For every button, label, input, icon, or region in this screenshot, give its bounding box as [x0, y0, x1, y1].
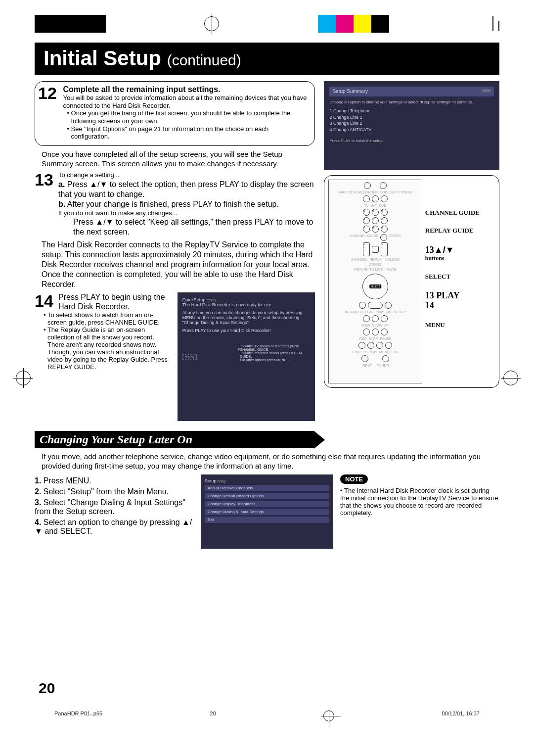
label-13-arrows: 13▲/▼ buttons	[425, 245, 495, 262]
after-step12-para: Once you have completed all of the setup…	[42, 150, 315, 169]
step-13-a: a. Press ▲/▼ to select the option, then …	[58, 180, 315, 199]
registration-target-icon	[204, 16, 219, 31]
page-title: Initial Setup (continued)	[44, 47, 490, 70]
step-12-title: Complete all the remaining input setting…	[63, 85, 307, 94]
color-blocks-right	[318, 15, 389, 33]
crop-marks	[488, 16, 499, 31]
step-12-bullet1: • Once you get the hang of the first scr…	[67, 109, 307, 125]
step-1: 1. Press MENU.	[35, 476, 194, 485]
label-menu: MENU	[425, 322, 495, 329]
step-12-box: 12 Complete all the remaining input sett…	[35, 81, 315, 146]
color-blocks-left	[35, 15, 106, 33]
title-bar: Initial Setup (continued)	[35, 43, 499, 75]
connect-paragraph: The Hard Disk Recorder connects to the R…	[42, 240, 315, 289]
label-replay-guide: REPLAY GUIDE	[425, 227, 495, 234]
label-select: SELECT	[425, 273, 495, 280]
registration-bar	[35, 15, 499, 33]
step-3: 3. Select "Change Dialing & Input Settin…	[35, 498, 194, 516]
step-14-bullet2: • The Replay Guide is an on-screen colle…	[44, 326, 173, 371]
step-14-bullet1: • To select shows to watch from an on-sc…	[44, 311, 173, 326]
summary-screenshot: Setup Summary replay Choose an option to…	[324, 81, 499, 170]
step-13-intro: To change a setting...	[58, 171, 315, 179]
remote-control-diagram: HARD DISK RECORDERCODE SETPOWER TVSATDVD…	[324, 175, 499, 388]
step-13-number: 13	[35, 171, 57, 237]
label-channel-guide: CHANNEL GUIDE	[425, 209, 495, 216]
setup-menu-screenshot: Setupreplay Add or Remove Channels Chang…	[201, 474, 333, 549]
step-13-nochange-intro: If you do not want to make any changes..…	[58, 209, 315, 217]
step-12-bullet2: • See "Input Options" on page 21 for inf…	[67, 125, 307, 141]
step-2: 2. Select "Setup" from the Main Menu.	[35, 487, 194, 496]
registration-target-right-icon	[503, 371, 518, 385]
label-13play-14: 13 PLAY 14	[425, 291, 495, 311]
step-13-nochange: Press ▲/▼ to select "Keep all settings,"…	[58, 217, 315, 237]
section-changing-setup: Changing Your Setup Later On	[35, 431, 314, 448]
note-badge: NOTE	[340, 474, 368, 484]
step-12-number: 12	[38, 85, 61, 101]
registration-target-bottom-icon	[323, 710, 334, 721]
section2-intro: If you move, add another telephone servi…	[42, 452, 492, 471]
registration-target-left-icon	[16, 371, 31, 385]
footer-metadata: PanaHDR P01-.p65 20 00/12/01, 16:37	[54, 710, 480, 721]
page-number: 20	[39, 680, 55, 697]
note-text: • The internal Hard Disk Recorder clock …	[340, 487, 499, 517]
step-4: 4. Select an option to change by pressin…	[35, 518, 194, 536]
step-12-line1: You will be asked to provide information…	[63, 94, 307, 109]
quicksetup-screenshot: QuickSetup replay The Hard Disk Recorder…	[178, 292, 315, 421]
step-14-number: 14	[35, 292, 57, 311]
step-14-line1: Press PLAY to begin using the Hard Disk …	[58, 292, 173, 311]
step-13-b: b. After your change is finished, press …	[58, 199, 315, 209]
